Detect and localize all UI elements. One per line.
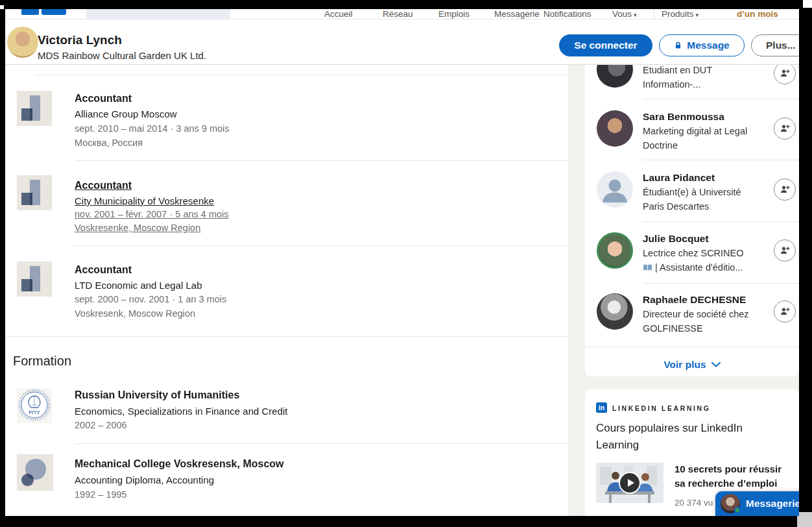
course-title[interactable]: sa recherche d’emploi	[675, 478, 777, 489]
linkedin-learning-brand: LINKEDIN LEARNING	[612, 404, 711, 412]
divider	[585, 347, 799, 347]
default-avatar-icon	[597, 171, 633, 208]
profile-main-card: Accountant Alliance Group Moscow sept. 2…	[5, 65, 568, 516]
experience-company[interactable]: LTD Economic and Legal Lab	[75, 280, 202, 291]
add-person-button[interactable]	[774, 65, 796, 84]
nav-divider	[654, 9, 654, 19]
course-thumbnail[interactable]	[596, 463, 663, 503]
top-nav: Accueil Réseau Emplois Messagerie Notifi…	[5, 9, 799, 19]
experience-location: Voskresenke, Moscow Region	[75, 223, 200, 233]
nav-item-produits[interactable]: Produits▾	[662, 9, 699, 19]
degree: Economics, Specializations in Finance an…	[75, 406, 288, 417]
divider	[643, 221, 799, 222]
experience-location: Москва, Россия	[75, 138, 143, 148]
book-icon	[643, 263, 652, 273]
person-headline: Information-...	[643, 79, 700, 90]
message-button-label: Message	[687, 40, 729, 51]
person-name[interactable]: Laura Pidancet	[643, 172, 715, 184]
nav-item-label: Messagerie	[494, 9, 540, 19]
connect-button[interactable]: Se connecter	[559, 34, 652, 56]
person-headline: Lectrice chez SCRINEO	[643, 248, 744, 258]
messaging-dock[interactable]: Messagerie	[715, 491, 799, 516]
linkedin-logo-icon[interactable]	[42, 9, 66, 15]
nav-item-accueil[interactable]: Accueil	[324, 9, 353, 19]
linkedin-learning-logo-icon: in	[596, 402, 607, 413]
add-person-button[interactable]	[774, 300, 796, 323]
nav-item-label: Notifications	[543, 9, 591, 19]
person-avatar[interactable]	[597, 65, 633, 88]
desktop-artifact	[797, 512, 812, 527]
person-avatar[interactable]	[597, 171, 633, 208]
nav-item-label: Produits	[662, 9, 694, 19]
person-avatar[interactable]	[597, 293, 633, 330]
school-name[interactable]: Mechanical College Voskresensk, Moscow	[75, 458, 284, 470]
premium-offer-link[interactable]: d’un mois	[737, 9, 778, 19]
experience-title[interactable]: Accountant	[75, 93, 132, 104]
desktop-artifact	[803, 0, 812, 8]
online-status-dot	[734, 507, 741, 513]
learning-heading: Cours populaires sur LinkedIn	[596, 422, 743, 435]
profile-name: Victoria Lynch	[38, 33, 122, 47]
play-icon	[628, 479, 634, 487]
person-headline: Directeur de société chez	[643, 309, 749, 319]
add-person-button[interactable]	[774, 239, 796, 262]
experience-dates: sept. 2010 – mai 2014 · 3 ans 9 mois	[75, 123, 230, 134]
person-name[interactable]: Julie Bocquet	[643, 233, 709, 245]
education-years: 2002 – 2006	[75, 420, 127, 430]
nav-item-messagerie[interactable]: Messagerie	[494, 9, 540, 19]
school-name[interactable]: Russian University of Humanities	[75, 389, 239, 401]
course-views: 20 374 vu	[675, 498, 713, 508]
experience-company[interactable]: City Municipality of Voskresenke	[75, 195, 214, 206]
divider	[643, 99, 799, 99]
nav-item-reseau[interactable]: Réseau	[383, 9, 413, 19]
company-logo-icon[interactable]	[17, 262, 52, 297]
add-person-button[interactable]	[774, 117, 796, 140]
nav-item-label: Accueil	[324, 9, 353, 19]
person-add-icon	[780, 306, 790, 317]
person-headline: GOLFINESSE	[643, 323, 703, 334]
person-name[interactable]: Raphaele DECHESNE	[643, 294, 746, 306]
person-avatar[interactable]	[597, 110, 633, 147]
experience-location: Voskresenk, Moscow Region	[75, 308, 195, 319]
svg-text:РГГУ: РГГУ	[29, 410, 41, 415]
nav-item-vous[interactable]: Vous▾	[612, 9, 637, 19]
experience-company[interactable]: Alliance Group Moscow	[75, 108, 177, 119]
experience-title[interactable]: Accountant	[75, 264, 132, 276]
nav-item-label: Réseau	[383, 9, 413, 19]
add-person-button[interactable]	[774, 178, 796, 201]
browser-window: Accueil Réseau Emplois Messagerie Notifi…	[5, 9, 799, 516]
person-headline: Marketing digital at Legal	[643, 126, 747, 136]
divider	[75, 160, 568, 161]
person-headline: Étudiant(e) à Université	[643, 187, 741, 197]
play-button[interactable]	[619, 472, 641, 494]
person-name[interactable]: Sara Benmoussa	[643, 111, 724, 123]
people-also-viewed-card: Etudiant en DUT Information-... Sara Ben…	[585, 65, 799, 376]
see-more-button[interactable]: Voir plus	[585, 353, 799, 376]
chevron-down-icon: ▾	[634, 12, 637, 18]
nav-item-notifications[interactable]: Notifications	[543, 9, 591, 19]
person-headline: Doctrine	[643, 140, 678, 151]
more-button-label: Plus...	[766, 40, 796, 51]
company-logo-icon[interactable]	[17, 175, 52, 210]
profile-headline: MDS Rainbow Cultural Garden UK Ltd.	[38, 50, 206, 61]
company-logo-icon[interactable]	[17, 91, 52, 126]
connect-button-label: Se connecter	[574, 40, 637, 51]
nav-item-emplois[interactable]: Emplois	[438, 9, 470, 19]
person-avatar-open-to-work[interactable]	[597, 232, 633, 269]
school-logo-icon[interactable]	[17, 454, 53, 491]
person-headline-text: | Assistante d'éditio...	[655, 262, 743, 273]
linkedin-logo-icon[interactable]	[21, 9, 39, 15]
divider	[75, 443, 568, 444]
profile-avatar[interactable]	[7, 27, 38, 58]
degree: Accounting Diploma, Accounting	[75, 474, 214, 485]
person-headline: | Assistante d'éditio...	[643, 262, 743, 273]
more-button[interactable]: Plus...	[751, 34, 799, 56]
course-title[interactable]: 10 secrets pour réussir	[675, 463, 782, 474]
school-logo-icon[interactable]: РГГУ	[17, 388, 52, 423]
person-add-icon	[780, 184, 790, 195]
experience-title[interactable]: Accountant	[75, 180, 132, 191]
chevron-down-icon	[711, 362, 721, 367]
lock-icon	[674, 41, 682, 50]
search-input[interactable]	[86, 9, 230, 19]
message-button[interactable]: Message	[659, 34, 745, 56]
